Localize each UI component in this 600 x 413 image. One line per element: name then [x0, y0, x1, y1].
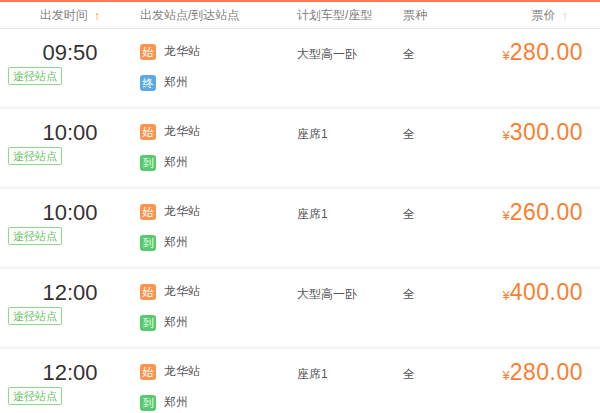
start-badge: 始	[140, 284, 156, 300]
price-amount: 300.00	[510, 119, 583, 145]
schedule-row: 12:00 途径站点 始 龙华站 到 郑州 座席1 全 ¥280.00	[0, 349, 600, 413]
departure-time: 12:00	[0, 362, 140, 384]
via-stations-button[interactable]: 途径站点	[8, 227, 62, 245]
ticket-schedule-table: 出发时间 ↑ 出发站点/到达站点 计划车型/座型 票种 票价 ↑ 09:50 途…	[0, 0, 600, 413]
currency-symbol: ¥	[502, 208, 509, 223]
arrival-station-line: 到 郑州	[140, 394, 188, 411]
car-seat-type: 座席1	[297, 366, 328, 383]
column-label-ticket-type: 票种	[403, 7, 427, 24]
departure-station-name: 龙华站	[164, 283, 200, 300]
currency-symbol: ¥	[502, 288, 509, 303]
car-seat-type: 座席1	[297, 126, 328, 143]
departure-time: 10:00	[0, 202, 140, 224]
via-stations-button[interactable]: 途径站点	[8, 307, 62, 325]
arrival-station-name: 郑州	[164, 234, 188, 251]
arrival-station-line: 到 郑州	[140, 154, 188, 171]
price-amount: 280.00	[510, 359, 583, 385]
car-seat-type: 大型高一卧	[297, 46, 357, 63]
schedule-row: 10:00 途径站点 始 龙华站 到 郑州 座席1 全 ¥300.00	[0, 109, 600, 189]
schedule-row: 12:00 途径站点 始 龙华站 到 郑州 大型高一卧 全 ¥400.00	[0, 269, 600, 349]
arrival-badge: 到	[140, 315, 156, 331]
start-badge: 始	[140, 364, 156, 380]
column-label-departure-time: 出发时间	[40, 7, 88, 24]
car-seat-type: 大型高一卧	[297, 286, 357, 303]
arrival-badge: 到	[140, 235, 156, 251]
departure-time: 09:50	[0, 42, 140, 64]
ticket-price: ¥280.00	[502, 39, 583, 66]
column-header-car-type: 计划车型/座型	[297, 2, 372, 28]
ticket-price: ¥400.00	[502, 279, 583, 306]
arrival-station-line: 到 郑州	[140, 234, 188, 251]
arrival-station-line: 到 郑州	[140, 314, 188, 331]
ticket-type: 全	[403, 46, 415, 63]
arrival-badge: 终	[140, 75, 156, 91]
departure-station-name: 龙华站	[164, 43, 200, 60]
arrival-badge: 到	[140, 395, 156, 411]
departure-station-name: 龙华站	[164, 203, 200, 220]
car-seat-type: 座席1	[297, 206, 328, 223]
arrival-station-name: 郑州	[164, 154, 188, 171]
ticket-price: ¥280.00	[502, 359, 583, 386]
column-label-car-type: 计划车型/座型	[297, 7, 372, 24]
schedule-row: 09:50 途径站点 始 龙华站 终 郑州 大型高一卧 全 ¥280.00	[0, 29, 600, 109]
column-header-ticket-type: 票种	[403, 2, 427, 28]
table-header: 出发时间 ↑ 出发站点/到达站点 计划车型/座型 票种 票价 ↑	[0, 0, 600, 29]
departure-station-line: 始 龙华站	[140, 363, 200, 380]
sort-inactive-icon[interactable]: ↑	[562, 9, 569, 22]
schedule-row: 10:00 途径站点 始 龙华站 到 郑州 座席1 全 ¥260.00	[0, 189, 600, 269]
column-label-stations: 出发站点/到达站点	[140, 7, 239, 24]
arrival-station-name: 郑州	[164, 74, 188, 91]
column-header-departure-time[interactable]: 出发时间 ↑	[0, 2, 140, 28]
via-stations-button[interactable]: 途径站点	[8, 387, 62, 405]
start-badge: 始	[140, 44, 156, 60]
ticket-price: ¥300.00	[502, 119, 583, 146]
arrival-station-name: 郑州	[164, 314, 188, 331]
departure-time: 10:00	[0, 122, 140, 144]
via-stations-button[interactable]: 途径站点	[8, 147, 62, 165]
departure-station-name: 龙华站	[164, 123, 200, 140]
sort-ascending-icon[interactable]: ↑	[94, 9, 101, 22]
departure-station-line: 始 龙华站	[140, 43, 200, 60]
ticket-price: ¥260.00	[502, 199, 583, 226]
ticket-type: 全	[403, 366, 415, 383]
via-stations-button[interactable]: 途径站点	[8, 67, 62, 85]
start-badge: 始	[140, 204, 156, 220]
currency-symbol: ¥	[502, 128, 509, 143]
ticket-type: 全	[403, 286, 415, 303]
ticket-type: 全	[403, 126, 415, 143]
arrival-station-name: 郑州	[164, 394, 188, 411]
rows-container: 09:50 途径站点 始 龙华站 终 郑州 大型高一卧 全 ¥280.00 10…	[0, 29, 600, 413]
departure-time: 12:00	[0, 282, 140, 304]
currency-symbol: ¥	[502, 48, 509, 63]
arrival-station-line: 终 郑州	[140, 74, 188, 91]
price-amount: 280.00	[510, 39, 583, 65]
price-amount: 260.00	[510, 199, 583, 225]
departure-station-line: 始 龙华站	[140, 283, 200, 300]
price-amount: 400.00	[510, 279, 583, 305]
ticket-type: 全	[403, 206, 415, 223]
start-badge: 始	[140, 124, 156, 140]
column-label-price: 票价	[532, 7, 556, 24]
currency-symbol: ¥	[502, 368, 509, 383]
column-header-stations: 出发站点/到达站点	[140, 2, 239, 28]
departure-station-name: 龙华站	[164, 363, 200, 380]
column-header-price[interactable]: 票价 ↑	[532, 2, 569, 28]
arrival-badge: 到	[140, 155, 156, 171]
departure-station-line: 始 龙华站	[140, 123, 200, 140]
departure-station-line: 始 龙华站	[140, 203, 200, 220]
